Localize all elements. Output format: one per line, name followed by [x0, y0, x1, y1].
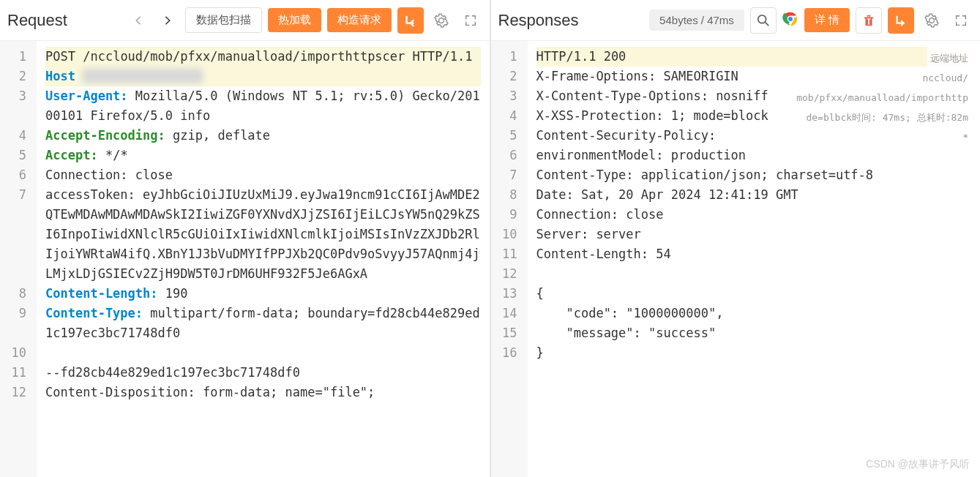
response-toolbar: Responses 54bytes / 47ms 详 情 — [491, 0, 981, 41]
response-settings-button[interactable] — [920, 9, 943, 32]
next-button[interactable] — [156, 9, 179, 32]
request-gutter: 123456789101112 — [0, 41, 37, 477]
delete-button[interactable] — [856, 7, 882, 34]
send-button[interactable] — [397, 7, 424, 34]
expand-button[interactable] — [459, 9, 482, 32]
request-toolbar: Request 数据包扫描 热加载 构造请求 — [0, 0, 490, 41]
settings-button[interactable] — [430, 9, 453, 32]
hint-star: * — [960, 126, 971, 149]
response-expand-button[interactable] — [949, 9, 973, 32]
response-panel: Responses 54bytes / 47ms 详 情 12345678910… — [491, 0, 981, 477]
request-code[interactable]: POST /nccloud/mob/pfxx/manualload/import… — [37, 41, 490, 477]
request-panel: Request 数据包扫描 热加载 构造请求 123456789101112 P… — [0, 0, 491, 477]
scan-button[interactable]: 数据包扫描 — [185, 7, 262, 33]
chrome-icon — [782, 11, 798, 30]
response-editor[interactable]: 12345678910111213141516 HTTP/1.1 200X-Fr… — [491, 41, 981, 477]
response-gutter: 12345678910111213141516 — [491, 41, 528, 477]
watermark: CSDN @故事讲予风听 — [866, 458, 970, 471]
request-title: Request — [7, 11, 121, 30]
detail-button[interactable]: 详 情 — [804, 8, 850, 32]
resend-button[interactable] — [888, 7, 914, 34]
build-request-button[interactable]: 构造请求 — [327, 8, 392, 32]
svg-point-0 — [758, 15, 766, 23]
hint-time: de=blbck时间: 47ms; 总耗时:82m — [803, 106, 971, 129]
request-editor[interactable]: 123456789101112 POST /nccloud/mob/pfxx/m… — [0, 41, 490, 477]
prev-button[interactable] — [127, 9, 150, 32]
response-title: Responses — [498, 11, 644, 30]
response-badge: 54bytes / 47ms — [649, 10, 744, 31]
hot-load-button[interactable]: 热加载 — [268, 8, 321, 32]
search-button[interactable] — [750, 7, 777, 34]
